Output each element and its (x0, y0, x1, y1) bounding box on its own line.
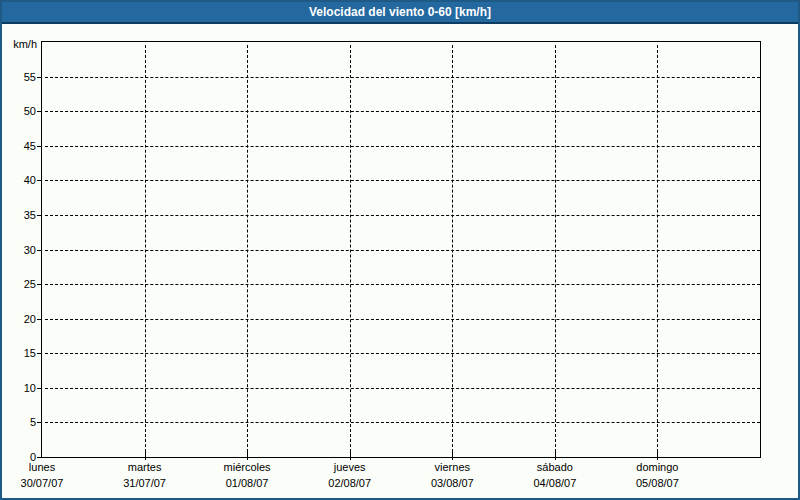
x-day-label-6: domingo (605, 461, 709, 473)
y-tick-label-40: 40 (2, 173, 36, 187)
y-tick-mark-55 (37, 77, 41, 78)
x-date-label-3: 02/08/07 (298, 477, 402, 489)
y-tick-mark-5 (37, 422, 41, 423)
x-day-label-1: martes (93, 461, 197, 473)
y-tick-mark-30 (37, 250, 41, 251)
v-gridline-4 (452, 45, 453, 457)
x-tick-mark-1 (145, 452, 146, 460)
x-date-label-6: 05/08/07 (605, 477, 709, 489)
y-axis-unit-label: km/h (2, 37, 37, 51)
x-tick-mark-5 (555, 452, 556, 460)
y-tick-mark-15 (37, 353, 41, 354)
y-tick-mark-10 (37, 388, 41, 389)
y-tick-label-55: 55 (2, 70, 36, 84)
h-gridline-35 (45, 215, 760, 216)
v-gridline-6 (657, 45, 658, 457)
x-day-label-4: viernes (400, 461, 504, 473)
y-tick-label-30: 30 (2, 243, 36, 257)
v-gridline-5 (555, 45, 556, 457)
h-gridline-55 (45, 77, 760, 78)
h-gridline-5 (45, 422, 760, 423)
chart-window: Velocidad del viento 0-60 [km/h] km/h 05… (0, 0, 800, 500)
x-date-label-2: 01/08/07 (195, 477, 299, 489)
y-tick-label-35: 35 (2, 208, 36, 222)
y-tick-label-20: 20 (2, 312, 36, 326)
x-day-label-0: lunes (0, 461, 94, 473)
x-date-label-1: 31/07/07 (93, 477, 197, 489)
v-gridline-3 (350, 45, 351, 457)
y-tick-label-45: 45 (2, 139, 36, 153)
y-tick-label-50: 50 (2, 104, 36, 118)
x-day-label-5: sábado (503, 461, 607, 473)
y-tick-mark-20 (37, 319, 41, 320)
y-tick-mark-50 (37, 111, 41, 112)
h-gridline-50 (45, 111, 760, 112)
h-gridline-40 (45, 180, 760, 181)
y-tick-label-15: 15 (2, 346, 36, 360)
y-tick-mark-40 (37, 180, 41, 181)
chart-canvas: km/h 0510152025303540455055lunes30/07/07… (2, 2, 798, 498)
plot-area (41, 41, 761, 458)
h-gridline-25 (45, 284, 760, 285)
y-tick-label-10: 10 (2, 381, 36, 395)
x-day-label-2: miércoles (195, 461, 299, 473)
y-tick-label-25: 25 (2, 277, 36, 291)
h-gridline-15 (45, 353, 760, 354)
h-gridline-10 (45, 388, 760, 389)
h-gridline-30 (45, 250, 760, 251)
y-tick-mark-25 (37, 284, 41, 285)
v-gridline-1 (145, 45, 146, 457)
h-gridline-20 (45, 319, 760, 320)
y-tick-mark-45 (37, 146, 41, 147)
x-date-label-5: 04/08/07 (503, 477, 607, 489)
x-tick-mark-6 (657, 452, 658, 460)
y-tick-mark-0 (37, 457, 41, 458)
x-day-label-3: jueves (298, 461, 402, 473)
y-tick-label-5: 5 (2, 415, 36, 429)
y-tick-mark-35 (37, 215, 41, 216)
h-gridline-45 (45, 146, 760, 147)
x-date-label-4: 03/08/07 (400, 477, 504, 489)
x-tick-mark-2 (247, 452, 248, 460)
x-tick-mark-4 (452, 452, 453, 460)
x-tick-mark-3 (350, 452, 351, 460)
v-gridline-2 (247, 45, 248, 457)
x-date-label-0: 30/07/07 (0, 477, 94, 489)
